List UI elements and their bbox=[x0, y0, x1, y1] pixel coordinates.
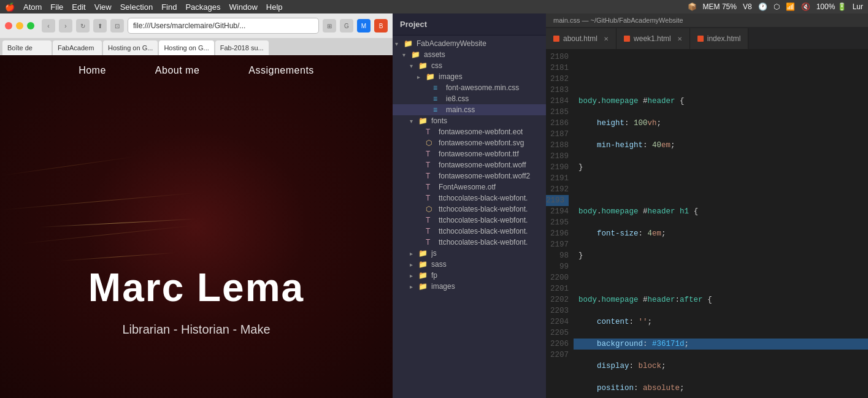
folder-icon: 📁 bbox=[411, 50, 422, 59]
tree-item-fa-woff2[interactable]: T fontawesome-webfont.woff2 bbox=[393, 170, 546, 182]
tree-item-fp[interactable]: ▸ 📁 fp bbox=[393, 270, 546, 281]
nav-about[interactable]: About me bbox=[155, 65, 199, 76]
hero-name: Marc Lema bbox=[0, 265, 393, 310]
tree-item-fontawesome-otf[interactable]: T FontAwesome.otf bbox=[393, 182, 546, 193]
bluetooth-icon: ⬡ bbox=[774, 2, 780, 11]
profile-button[interactable]: M bbox=[357, 19, 371, 33]
share-button[interactable]: ⬆ bbox=[93, 19, 107, 33]
tree-item-images-css[interactable]: ▸ 📁 images bbox=[393, 71, 546, 82]
font-file-icon: T bbox=[426, 128, 437, 136]
menu-file[interactable]: File bbox=[50, 2, 63, 12]
folder-icon: 📁 bbox=[418, 249, 429, 258]
apple-menu[interactable]: 🍎 bbox=[5, 2, 15, 12]
mac-status-right: 📦 MEM 75% V8 🕐 ⬡ 📶 🔇 100% 🔋 Lur bbox=[688, 2, 863, 11]
tree-item-main-css[interactable]: ≡ main.css bbox=[393, 104, 546, 115]
menu-help[interactable]: Help bbox=[266, 2, 283, 12]
tree-item-assets[interactable]: ▾ 📁 assets bbox=[393, 49, 546, 60]
nav-assignements[interactable]: Assignements bbox=[248, 65, 314, 76]
tree-item-ttchoc3[interactable]: T ttchocolates-black-webfont. bbox=[393, 215, 546, 226]
project-title: Project bbox=[400, 20, 427, 29]
tree-item-fa-woff[interactable]: T fontawesome-webfont.woff bbox=[393, 159, 546, 170]
tree-item-font-awesome[interactable]: ≡ font-awesome.min.css bbox=[393, 82, 546, 93]
menu-atom[interactable]: Atom bbox=[23, 2, 42, 12]
close-tab-button[interactable]: ✕ bbox=[677, 36, 682, 42]
tree-label: fp bbox=[431, 271, 437, 280]
back-button[interactable]: ‹ bbox=[42, 19, 55, 33]
nav-home[interactable]: Home bbox=[79, 65, 106, 76]
tab-week1-html[interactable]: week1.html ✕ bbox=[616, 28, 690, 49]
reader-button[interactable]: ⊡ bbox=[110, 19, 124, 33]
menu-edit[interactable]: Edit bbox=[72, 2, 85, 12]
mac-menubar: 🍎 Atom File Edit View Selection Find Pac… bbox=[0, 0, 868, 13]
tree-item-fa-svg[interactable]: ⬡ fontawesome-webfont.svg bbox=[393, 137, 546, 148]
tree-item-sass[interactable]: ▸ 📁 sass bbox=[393, 259, 546, 270]
tree-item-fonts[interactable]: ▾ 📁 fonts bbox=[393, 115, 546, 126]
tree-item-images-root[interactable]: ▸ 📁 images bbox=[393, 281, 546, 292]
tab-label: Hosting on G... bbox=[108, 44, 153, 52]
tree-item-css[interactable]: ▾ 📁 css bbox=[393, 60, 546, 71]
tree-label: js bbox=[431, 249, 437, 258]
tree-label: fontawesome-webfont.eot bbox=[439, 128, 523, 136]
close-tab-button[interactable]: ✕ bbox=[604, 36, 609, 42]
close-button[interactable] bbox=[5, 22, 12, 29]
minimize-button[interactable] bbox=[16, 22, 23, 29]
refresh-button[interactable]: ↻ bbox=[76, 19, 90, 33]
tab-fabacadem[interactable]: FabAcadem bbox=[53, 40, 102, 55]
no-arrow bbox=[424, 107, 433, 113]
tab-boite[interactable]: Boîte de bbox=[2, 40, 52, 55]
tree-item-ttchoc5[interactable]: T ttchocolates-black-webfont. bbox=[393, 237, 546, 248]
folder-icon: 📁 bbox=[418, 260, 429, 269]
tree-item-fa-ttf[interactable]: T fontawesome-webfont.ttf bbox=[393, 148, 546, 159]
font-file-icon: T bbox=[426, 216, 437, 224]
folder-icon: 📁 bbox=[418, 61, 429, 70]
html-icon bbox=[553, 36, 559, 42]
tree-item-fa-eot[interactable]: T fontawesome-webfont.eot bbox=[393, 126, 546, 137]
tab-hosting1[interactable]: Hosting on G... bbox=[103, 40, 158, 55]
address-text: file:///Users/marclemaire/GitHub/... bbox=[133, 21, 245, 30]
no-arrow bbox=[417, 162, 426, 169]
font-file-icon: T bbox=[426, 183, 437, 191]
chevron-right-icon: ▸ bbox=[410, 250, 418, 257]
tree-item-ttchoc4[interactable]: T ttchocolates-black-webfont. bbox=[393, 226, 546, 237]
no-arrow bbox=[417, 140, 426, 147]
tab-about-html[interactable]: about.html ✕ bbox=[546, 28, 616, 49]
tree-item-ie8[interactable]: ≡ ie8.css bbox=[393, 93, 546, 104]
no-arrow bbox=[417, 206, 426, 213]
no-arrow bbox=[417, 195, 426, 202]
tree-label: images bbox=[431, 282, 455, 291]
tab-index-html[interactable]: index.html bbox=[690, 28, 749, 49]
tab-fab2018[interactable]: Fab-2018 su... bbox=[215, 40, 269, 55]
maximize-button[interactable] bbox=[27, 22, 34, 29]
code-content: 2180 2181 2182 2183 2184 2185 2186 2187 … bbox=[546, 49, 868, 398]
tree-item-ttchoc2[interactable]: ⬡ ttchocolates-black-webfont. bbox=[393, 204, 546, 215]
tree-label: fontawesome-webfont.svg bbox=[439, 139, 524, 147]
tree-label: ttchocolates-black-webfont. bbox=[439, 216, 528, 224]
tree-item-root[interactable]: ▾ 📁 FabAcademyWebsite bbox=[393, 38, 546, 49]
grid-button[interactable]: ⊞ bbox=[323, 19, 336, 33]
bookmark-button[interactable]: B bbox=[374, 19, 388, 33]
font-file-icon: T bbox=[426, 161, 437, 169]
forward-button[interactable]: › bbox=[59, 19, 72, 33]
add-tab-button[interactable]: G bbox=[340, 19, 353, 33]
tree-label: ie8.css bbox=[446, 94, 469, 103]
menu-packages[interactable]: Packages bbox=[185, 2, 220, 12]
tab-label: week1.html bbox=[634, 34, 671, 43]
tree-item-ttchoc1[interactable]: T ttchocolates-black-webfont. bbox=[393, 193, 546, 204]
tab-hosting2[interactable]: Hosting on G... bbox=[159, 40, 213, 55]
no-arrow bbox=[417, 129, 426, 136]
menu-window[interactable]: Window bbox=[229, 2, 258, 12]
tree-label: css bbox=[431, 61, 442, 70]
svg-file-icon: ⬡ bbox=[426, 139, 437, 147]
menu-find[interactable]: Find bbox=[161, 2, 177, 12]
tree-item-js[interactable]: ▸ 📁 js bbox=[393, 248, 546, 259]
no-arrow bbox=[417, 239, 426, 246]
menu-selection[interactable]: Selection bbox=[120, 2, 153, 12]
website-background bbox=[0, 55, 393, 398]
font-file-icon: T bbox=[426, 238, 437, 247]
editor-tabs-bar: about.html ✕ week1.html ✕ index.html bbox=[546, 27, 868, 49]
tree-label: ttchocolates-black-webfont. bbox=[439, 194, 528, 202]
editor-title: main.css — ~/GitHub/FabAcademyWebsite bbox=[553, 17, 683, 24]
line-numbers: 2180 2181 2182 2183 2184 2185 2186 2187 … bbox=[546, 49, 574, 398]
menu-view[interactable]: View bbox=[94, 2, 112, 12]
address-bar[interactable]: file:///Users/marclemaire/GitHub/... bbox=[128, 18, 319, 34]
